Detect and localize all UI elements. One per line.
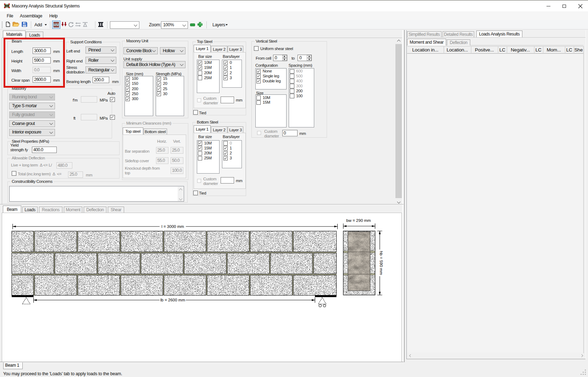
svg-text:lb = 2600 mm: lb = 2600 mm <box>160 298 185 302</box>
svg-text:hb = 590 mm: hb = 590 mm <box>379 251 383 275</box>
svg-text:bw = 290 mm: bw = 290 mm <box>346 218 371 223</box>
svg-text:l = 3000 mm: l = 3000 mm <box>161 224 184 229</box>
